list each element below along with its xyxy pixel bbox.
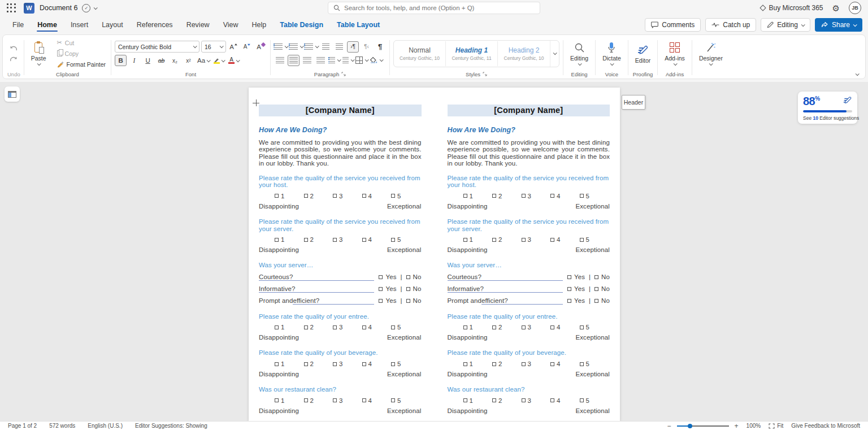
- buy-microsoft-365-button[interactable]: Buy Microsoft 365: [761, 4, 823, 12]
- editor-suggestions-link[interactable]: See 10 Editor suggestions: [803, 115, 852, 121]
- rating-options[interactable]: 1 2 3 4 5: [259, 397, 422, 404]
- fit-button[interactable]: Fit: [769, 423, 783, 429]
- decrease-indent-button[interactable]: [320, 41, 332, 53]
- redo-icon[interactable]: [9, 56, 18, 63]
- show-paragraph-marks-button[interactable]: ¶: [374, 41, 386, 53]
- question-entree[interactable]: Please rate the quality of your entree.: [259, 313, 422, 320]
- share-button[interactable]: Share: [815, 18, 862, 32]
- tab-review[interactable]: Review: [181, 18, 215, 32]
- question-was-server[interactable]: Was your server…: [448, 262, 610, 269]
- language-status[interactable]: English (U.S.): [88, 423, 123, 429]
- subscript-button[interactable]: x₂: [169, 55, 181, 66]
- change-case-button[interactable]: Aa: [196, 55, 211, 66]
- question-host[interactable]: Please rate the quality of the service y…: [259, 175, 422, 189]
- question-was-server[interactable]: Was your server…: [259, 262, 422, 269]
- question-entree[interactable]: Please rate the quality of your entree.: [448, 313, 610, 320]
- zoom-level[interactable]: 100%: [747, 423, 761, 429]
- page-count-status[interactable]: Page 1 of 2: [8, 423, 37, 429]
- add-ins-button[interactable]: Add-ins: [661, 40, 688, 67]
- rating-options[interactable]: 1 2 3 4 5: [448, 236, 610, 243]
- question-clean[interactable]: Was our restaurant clean?: [259, 386, 422, 393]
- designer-button[interactable]: Designer: [696, 40, 726, 67]
- app-launcher-icon[interactable]: [7, 3, 16, 12]
- multilevel-list-button[interactable]: [305, 41, 318, 53]
- search-bar[interactable]: [328, 2, 540, 14]
- editor-suggestions-status[interactable]: Editor Suggestions: Showing: [135, 423, 207, 429]
- rating-options[interactable]: 1 2 3 4 5: [259, 324, 422, 331]
- highlight-color-button[interactable]: [212, 55, 225, 66]
- styles-dialog-launcher-icon[interactable]: [483, 72, 487, 76]
- question-server[interactable]: Please rate the quality of the service y…: [259, 218, 422, 232]
- question-beverage[interactable]: Please rate the quality of your beverage…: [259, 349, 422, 357]
- feedback-link[interactable]: Give Feedback to Microsoft: [791, 423, 860, 429]
- font-size-dropdown[interactable]: 16: [201, 41, 226, 53]
- copy-button[interactable]: Copy: [55, 49, 107, 58]
- editing-button[interactable]: Editing: [567, 40, 592, 67]
- paragraph-dialog-launcher-icon[interactable]: [341, 72, 346, 76]
- navigation-pane-toggle[interactable]: [5, 86, 20, 102]
- question-server[interactable]: Please rate the quality of the service y…: [448, 218, 610, 232]
- rating-options[interactable]: 1 2 3 4 5: [448, 324, 610, 331]
- rating-options[interactable]: 1 2 3 4 5: [448, 360, 610, 367]
- yes-no-row-prompt[interactable]: Prompt and efficient? Yes|No: [259, 297, 422, 305]
- settings-gear-icon[interactable]: ⚙: [832, 4, 840, 12]
- superscript-button[interactable]: x²: [183, 55, 194, 66]
- intro-paragraph[interactable]: We are committed to providing you with t…: [448, 139, 610, 167]
- yes-no-row-informative[interactable]: Informative? Yes|No: [448, 285, 610, 293]
- clear-formatting-button[interactable]: A: [255, 41, 267, 53]
- word-logo[interactable]: W: [24, 3, 34, 14]
- zoom-slider[interactable]: [677, 425, 729, 427]
- zoom-slider-knob[interactable]: [688, 424, 692, 428]
- comments-button[interactable]: Comments: [645, 18, 701, 32]
- document-page[interactable]: [Company Name] How Are We Doing? We are …: [249, 88, 620, 421]
- account-avatar[interactable]: JB: [849, 2, 861, 14]
- search-input[interactable]: [344, 5, 535, 11]
- cut-button[interactable]: ✂ Cut: [55, 38, 107, 47]
- editor-button[interactable]: Editor: [632, 42, 654, 65]
- style-heading-2[interactable]: Heading 2 Century Gothic, 10: [498, 41, 550, 66]
- save-status-icon[interactable]: ✓: [82, 4, 90, 12]
- tab-table-layout[interactable]: Table Layout: [331, 18, 385, 32]
- question-clean[interactable]: Was our restaurant clean?: [448, 386, 610, 393]
- yes-no-row-courteous[interactable]: Courteous? Yes|No: [259, 273, 422, 281]
- question-beverage[interactable]: Please rate the quality of your beverage…: [448, 349, 610, 357]
- catch-up-button[interactable]: Catch up: [705, 18, 756, 32]
- zoom-out-button[interactable]: −: [667, 423, 671, 429]
- italic-button[interactable]: I: [128, 55, 140, 66]
- font-family-dropdown[interactable]: Century Gothic Bold: [115, 41, 199, 53]
- tab-file[interactable]: File: [7, 18, 29, 32]
- tab-insert[interactable]: Insert: [65, 18, 94, 32]
- zoom-in-button[interactable]: +: [735, 423, 739, 429]
- grow-font-button[interactable]: A: [228, 41, 240, 53]
- doc-heading[interactable]: How Are We Doing?: [448, 126, 610, 134]
- editing-mode-dropdown[interactable]: Editing: [761, 18, 810, 32]
- align-center-button[interactable]: [288, 55, 300, 66]
- style-normal[interactable]: Normal Century Gothic, 10: [394, 41, 446, 66]
- strikethrough-button[interactable]: ab: [155, 55, 167, 66]
- line-spacing-button[interactable]: [328, 55, 340, 66]
- question-host[interactable]: Please rate the quality of the service y…: [448, 175, 610, 189]
- rating-options[interactable]: 1 2 3 4 5: [448, 193, 610, 199]
- document-title[interactable]: Document 6: [40, 4, 77, 12]
- dictate-button[interactable]: Dictate: [599, 40, 624, 67]
- doc-heading[interactable]: How Are We Doing?: [259, 126, 422, 134]
- editor-score-card[interactable]: 88% See 10 Editor suggestions: [798, 92, 857, 124]
- styles-gallery-expand-button[interactable]: [550, 41, 559, 67]
- yes-no-row-courteous[interactable]: Courteous? Yes|No: [448, 273, 610, 281]
- tab-help[interactable]: Help: [246, 18, 272, 32]
- undo-icon[interactable]: [9, 45, 18, 53]
- tab-layout[interactable]: Layout: [96, 18, 129, 32]
- align-left-button[interactable]: [274, 55, 286, 66]
- left-to-right-button[interactable]: ›¶: [347, 41, 359, 53]
- underline-button[interactable]: U: [142, 55, 154, 66]
- shrink-font-button[interactable]: A: [241, 41, 253, 53]
- tab-view[interactable]: View: [218, 18, 244, 32]
- rating-options[interactable]: 1 2 3 4 5: [448, 397, 610, 404]
- bullets-button[interactable]: [274, 41, 288, 53]
- tab-home[interactable]: Home: [32, 18, 63, 32]
- title-chevron-icon[interactable]: [94, 6, 98, 10]
- collapse-ribbon-icon[interactable]: [856, 72, 860, 76]
- shading-button[interactable]: [370, 55, 383, 66]
- tab-table-design[interactable]: Table Design: [274, 18, 329, 32]
- numbering-button[interactable]: [289, 41, 303, 53]
